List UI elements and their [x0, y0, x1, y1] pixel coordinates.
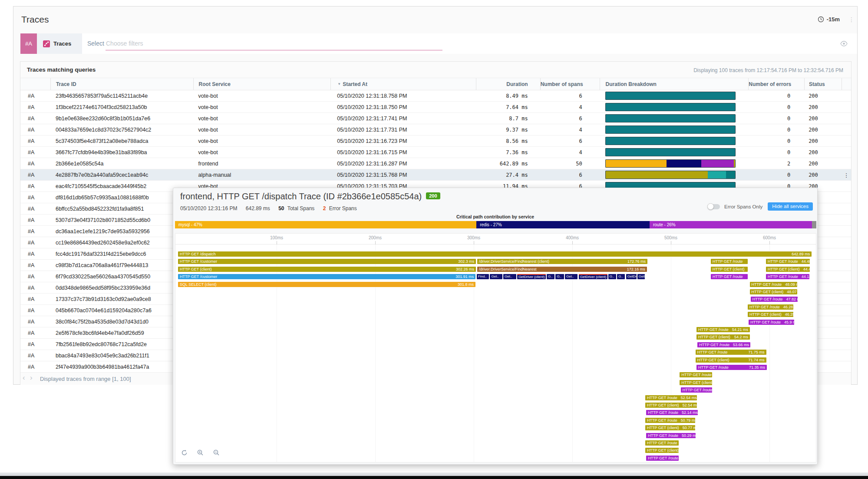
eye-icon[interactable] [840, 40, 848, 48]
breakdown-segment [734, 160, 735, 167]
span-duration-label: 46.25 ms [785, 312, 793, 317]
span-bar[interactable]: GetDriver (client) [579, 274, 607, 279]
span-bar[interactable]: HTTP GET (client)54.2 ms [696, 334, 750, 340]
span-bar[interactable]: HTTP GET /customer302.3 ms [178, 259, 476, 264]
critical-path-segment[interactable]: redis - 27% [476, 221, 650, 228]
page-next-button[interactable]: › [30, 373, 33, 382]
span-bar[interactable]: HTTP GET /route [645, 440, 679, 446]
span-bar[interactable]: HTTP GET /route [646, 456, 679, 461]
span-bar[interactable]: G.. [617, 274, 625, 279]
row-menu-icon [842, 282, 851, 293]
table-row[interactable]: #A004833a7659e1c8d37023c75627904c2vote-b… [20, 124, 851, 135]
critical-path-segment[interactable]: route - 26% [650, 221, 812, 228]
span-bar[interactable]: HTTP GET (client) [645, 448, 679, 453]
span-bar[interactable]: HTTP GET /route71.75 ms [696, 350, 766, 355]
span-duration-label: 54.21 ms [732, 327, 748, 332]
column-header-duration: Duration [476, 78, 540, 90]
span-bar[interactable]: HTTP GET (client)48.07 ms [750, 289, 797, 294]
row-menu-icon [842, 271, 851, 282]
span-bar[interactable]: HTTP GET (client)302.26 ms [178, 267, 476, 272]
zoom-out-icon[interactable] [213, 449, 220, 458]
span-bar[interactable]: HTTP GET /route52.14 ms [646, 410, 697, 415]
critical-path-segment[interactable] [812, 221, 816, 228]
span-bar[interactable]: HTTP GET /route [711, 259, 748, 264]
span-bar[interactable]: HTTP GET (client)44.47 ms [766, 267, 810, 272]
table-row[interactable]: #A2b366e1e0585c54afrontend05/10/2020 12:… [20, 158, 851, 169]
span-bar[interactable]: Get.. [503, 274, 516, 279]
span-bar[interactable]: HTTP GET (client)52.54 ms [645, 403, 697, 408]
row-menu-icon [842, 135, 851, 146]
span-bar[interactable]: HTTP GET /route50.79 ms [645, 418, 695, 423]
panel-title: Traces matching queries [27, 66, 96, 73]
table-row[interactable]: #A4e2887fb7e0b2a440afa59cec1eab94calpha-… [20, 169, 851, 181]
span-bar[interactable]: HTTP GET (client)46.25 ms [748, 312, 793, 317]
status-cell: 200 [804, 169, 842, 180]
table-row[interactable]: #A5c374503f5e4c873f12a08ebe788adcavote-b… [20, 135, 851, 147]
status-cell: 200 [804, 102, 842, 112]
filter-input[interactable]: Choose filters [106, 40, 440, 47]
errors-count-cell: 0 [748, 124, 804, 135]
row-menu-icon[interactable]: ⋮ [842, 169, 851, 180]
table-row[interactable]: #A23fb4635657853f79a5c1145211acb4evote-b… [20, 90, 851, 102]
span-bar[interactable]: HTTP GET /route [711, 274, 748, 279]
span-bar[interactable]: GetD.. [637, 274, 645, 279]
span-label: G.. [610, 274, 614, 279]
span-bar[interactable]: /driver.DriverService/FindNearest (clien… [477, 259, 647, 264]
span-bar[interactable]: Get.. [490, 274, 502, 279]
span-bar[interactable]: HTTP GET /route45.9 ms [749, 320, 794, 325]
span-bar[interactable]: HTTP GET /route50.29 ms [646, 433, 696, 438]
span-bar[interactable]: SQL SELECT (client)301.8 ms [178, 282, 475, 287]
span-bar[interactable]: HTTP GET /route53.66 ms [697, 342, 750, 347]
span-bar[interactable]: HTTP GET /route71.35 ms [696, 365, 767, 370]
error-spans-toggle[interactable] [708, 204, 720, 209]
span-bar[interactable]: G.. [555, 274, 564, 279]
span-bar[interactable]: HTTP GET /route [680, 372, 712, 377]
span-bar[interactable]: HTTP GET /route44.12 ms [766, 274, 809, 279]
span-bar[interactable]: G.. [608, 274, 616, 279]
horizontal-scrollbar[interactable] [0, 472, 868, 476]
span-label: HTTP GET (client) [749, 312, 782, 317]
reset-zoom-icon[interactable] [181, 449, 188, 458]
table-row[interactable]: #A3667fc77cfdb94e4b39be31ba83f89bavote-b… [20, 147, 851, 158]
span-bar[interactable]: HTTP GET /route54.21 ms [696, 327, 750, 332]
span-bar[interactable]: HTTP GET (client)71.74 ms [696, 357, 766, 363]
span-bar[interactable]: HTTP GET /route52.54 ms [645, 395, 697, 400]
span-label: GetD.. [639, 274, 645, 279]
error-spans-value: 2 [323, 205, 326, 211]
span-bar[interactable]: Find.. [477, 274, 489, 279]
row-query-badge: #A [20, 361, 50, 372]
span-bar[interactable]: GetDriver (client) [517, 274, 546, 279]
more-options-icon[interactable]: ⋮ [848, 16, 855, 23]
span-bar[interactable]: /driver.DriverService/FindNearest172.16 … [477, 267, 647, 272]
page-prev-button[interactable]: ‹ [23, 373, 25, 382]
row-menu-icon [842, 203, 851, 214]
span-bar[interactable]: HTTP GET /route48.09 ms [750, 282, 797, 287]
row-query-badge: #A [20, 181, 50, 192]
span-bar[interactable]: HTTP GET /customer301.91 ms [178, 274, 475, 279]
column-header-started-at[interactable]: ▼Started At [330, 78, 476, 90]
axis-tick-label: 300ms [461, 235, 487, 240]
span-bar[interactable]: GetDri.. [626, 274, 637, 279]
span-bar[interactable]: HTTP GET (client)50.77 ms [645, 425, 695, 430]
span-bar[interactable]: HTTP GET (client) [711, 267, 748, 272]
critical-path-segment[interactable]: mysql - 47% [175, 221, 476, 228]
span-bar[interactable]: HTTP GET (client) [680, 380, 712, 385]
row-query-badge: #A [20, 124, 50, 135]
tab-traces[interactable]: Traces [37, 33, 82, 54]
span-bar[interactable]: HTTP GET /route46.28 ms [748, 304, 793, 310]
table-row[interactable]: #A1f3bcef22174e61704f3cd258213a50bvote-b… [20, 102, 851, 113]
span-bar[interactable]: Get.. [565, 274, 578, 279]
span-bar[interactable]: HTTP GET /route47.82 ms [751, 297, 798, 302]
error-spans-label: Error Spans [329, 205, 357, 211]
span-bar[interactable]: HTTP GET /dispatch642.89 ms [178, 251, 812, 257]
duration-breakdown-bar [605, 137, 736, 145]
hide-all-services-button[interactable]: Hide all services [768, 202, 813, 211]
table-row[interactable]: #A9b1e0e638ee232d60c8f3b1b051da7e6vote-b… [20, 113, 851, 124]
zoom-in-icon[interactable] [197, 449, 204, 458]
span-bar[interactable]: G.. [547, 274, 554, 279]
time-range-selector[interactable]: -15m [818, 16, 840, 23]
breakdown-segment [606, 149, 735, 156]
span-bar[interactable]: HTTP GET /route [681, 387, 713, 393]
span-bar[interactable]: HTTP GET /route44.48 ms [766, 259, 810, 264]
spans-count-cell: 6 [540, 90, 600, 101]
